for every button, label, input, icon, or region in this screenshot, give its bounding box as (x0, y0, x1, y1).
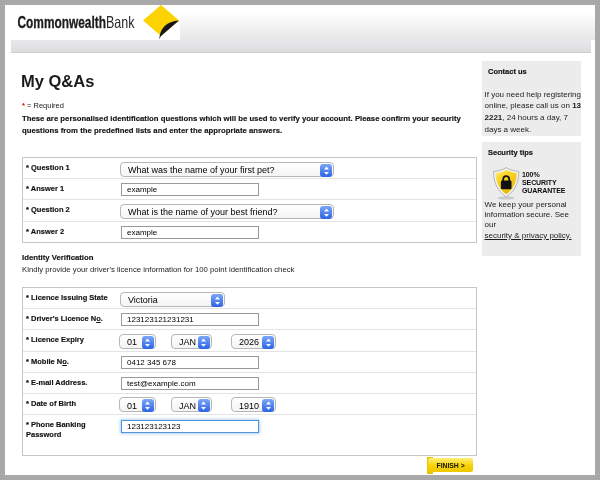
svg-text:Commonwealth: Commonwealth (18, 13, 107, 31)
svg-text:Bank: Bank (106, 13, 135, 31)
